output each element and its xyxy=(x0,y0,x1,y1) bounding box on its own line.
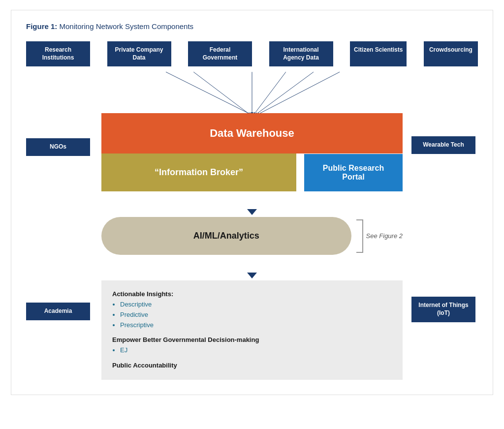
top-boxes-row: Research Institutions Private Company Da… xyxy=(26,41,478,66)
svg-line-5 xyxy=(256,72,340,115)
insights-box: Actionable Insights: Descriptive Predict… xyxy=(101,280,403,380)
svg-line-0 xyxy=(166,72,252,115)
figure-label: Figure 1: xyxy=(26,22,57,31)
main-diagram: Research Institutions Private Company Da… xyxy=(26,41,478,380)
arrow-down-2 xyxy=(243,257,261,278)
bracket-shape xyxy=(356,219,363,253)
right-side: Wearable Tech Internet of Things (IoT) xyxy=(411,69,478,380)
box-crowdsourcing: Crowdsourcing xyxy=(424,41,478,66)
down-arrow-svg-2 xyxy=(243,257,261,278)
svg-line-3 xyxy=(253,72,286,115)
info-broker-box: “Information Broker” xyxy=(101,153,296,191)
data-warehouse-box: Data Warehouse xyxy=(101,113,403,153)
insights-item-ej: EJ xyxy=(120,345,392,356)
box-intl-agency: International Agency Data xyxy=(269,41,333,66)
box-iot: Internet of Things (IoT) xyxy=(411,297,475,322)
insights-heading-1: Actionable Insights: xyxy=(112,289,392,300)
insights-list-1: Descriptive Predictive Prescriptive xyxy=(120,300,392,330)
box-citizen-scientists: Citizen Scientists xyxy=(350,41,407,66)
box-research-institutions: Research Institutions xyxy=(26,41,90,66)
svg-line-1 xyxy=(193,72,251,115)
svg-marker-9 xyxy=(247,193,257,215)
box-federal-gov: Federal Government xyxy=(188,41,252,66)
broker-row: “Information Broker” Public Research Por… xyxy=(101,153,403,191)
svg-line-4 xyxy=(255,72,314,115)
figure-container: Figure 1: Monitoring Network System Comp… xyxy=(11,10,493,395)
figure-subtitle: Monitoring Network System Components xyxy=(60,22,194,31)
insights-heading-2: Empower Better Governmental Decision-mak… xyxy=(112,335,392,345)
center-main: Data Warehouse “Information Broker” Publ… xyxy=(93,69,411,380)
figure-title: Figure 1: Monitoring Network System Comp… xyxy=(26,22,478,31)
insights-item-descriptive: Descriptive xyxy=(120,300,392,310)
box-academia: Academia xyxy=(26,303,90,320)
aiml-box: AI/ML/Analytics xyxy=(101,217,351,255)
insights-list-2: EJ xyxy=(120,345,392,356)
box-wearable-tech: Wearable Tech xyxy=(411,136,475,154)
box-private-company: Private Company Data xyxy=(107,41,171,66)
svg-marker-10 xyxy=(247,257,257,278)
content-row: NGOs Academia xyxy=(26,69,478,380)
aiml-see-row: AI/ML/Analytics See Figure 2 xyxy=(101,217,403,255)
insights-heading-3: Public Accountability xyxy=(112,361,392,371)
down-arrow-svg-1 xyxy=(243,193,261,215)
insights-item-predictive: Predictive xyxy=(120,310,392,320)
see-figure-aside: See Figure 2 xyxy=(356,219,403,253)
arrow-down-1 xyxy=(243,193,261,215)
insights-item-prescriptive: Prescriptive xyxy=(120,320,392,331)
arrows-svg xyxy=(101,69,403,118)
box-ngos: NGOs xyxy=(26,138,90,156)
public-portal-box: Public Research Portal xyxy=(304,154,403,191)
left-side: NGOs Academia xyxy=(26,69,93,380)
see-figure-label: See Figure 2 xyxy=(366,232,403,240)
